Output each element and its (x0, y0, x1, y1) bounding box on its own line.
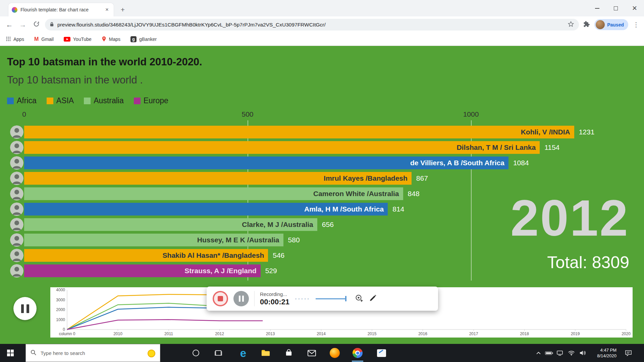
action-center-icon[interactable] (623, 344, 633, 362)
extensions-puzzle-icon[interactable] (583, 21, 590, 29)
tab-close-icon[interactable]: × (104, 6, 110, 13)
bookmark-apps[interactable]: Apps (6, 37, 24, 42)
address-bar[interactable]: preview.flourish.studio/3468243/LjJOVY9U… (45, 19, 579, 31)
bar-value: 1084 (513, 155, 529, 171)
taskbar-clock[interactable]: 4:47 PM 8/14/2020 (587, 344, 618, 362)
drag-handle-dots[interactable]: ..... (295, 293, 310, 301)
taskbar-cortana-button[interactable] (188, 344, 204, 362)
recorder-stop-button[interactable] (213, 291, 228, 306)
tab-title: Flourish template: Bar chart race (20, 7, 101, 12)
tray-network-icon[interactable] (555, 344, 565, 362)
forward-icon[interactable]: → (18, 21, 28, 29)
bar: Shakib Al Hasan* /Bangladesh (24, 249, 268, 262)
slider-track (316, 298, 345, 299)
bookmark-star-icon[interactable] (568, 21, 574, 29)
pause-icon (242, 296, 244, 302)
timeline-x-label: 2012 (215, 331, 224, 336)
timeline-x-label: 2018 (520, 331, 529, 336)
taskbar-edge-button[interactable]: e (235, 344, 251, 362)
player-avatar (10, 125, 23, 139)
legend-item: Europe (134, 96, 168, 105)
legend: AfricaASIAAustraliaEurope (7, 96, 168, 105)
start-button[interactable] (0, 344, 21, 362)
axis-tick-label: 0 (22, 110, 26, 118)
profile-avatar (596, 20, 605, 29)
new-tab-button[interactable]: + (118, 5, 127, 15)
taskbar-recorder-app-button[interactable] (373, 344, 389, 362)
profile-sync-chip[interactable]: Paused (594, 19, 628, 30)
timeline-x-label: 2010 (113, 331, 122, 336)
bar-label: de Villiers, A B /South Africa (410, 159, 504, 167)
player-avatar (10, 233, 23, 247)
close-button[interactable]: ✕ (625, 0, 644, 16)
pause-icon (26, 304, 29, 313)
store-bag-icon (285, 349, 293, 357)
player-avatar (10, 156, 23, 170)
taskbar-task-view-button[interactable] (210, 344, 226, 362)
bookmark-youtube[interactable]: YouTube (64, 37, 92, 42)
taskbar-firefox-button[interactable] (327, 344, 343, 362)
bar-row: Hussey, M E K /Australia580 (0, 232, 644, 248)
bookmark-label: gBanker (139, 37, 157, 42)
bookmark-gbanker[interactable]: g gBanker (130, 36, 157, 42)
minimize-button[interactable] (588, 0, 606, 16)
youtube-icon (64, 37, 70, 42)
bar: Amla, H M /South Africa (24, 203, 388, 216)
recorder-pause-button[interactable] (233, 291, 249, 306)
chart-subtitle: Top 10 batsman in the world . (7, 74, 143, 86)
slider-handle[interactable] (345, 296, 346, 301)
legend-swatch (134, 98, 141, 104)
search-input[interactable] (41, 350, 141, 356)
browser-tab-strip: Flourish template: Bar chart race × + ✕ (0, 0, 644, 16)
pen-annotate-icon[interactable] (369, 294, 377, 303)
player-avatar (10, 202, 23, 216)
profile-status-label: Paused (607, 22, 624, 27)
bar-row: Strauss, A J /England529 (0, 263, 644, 279)
bar-row: Kohli, V /INDIA1231 (0, 124, 644, 140)
bookmarks-bar: Apps M Gmail YouTube Maps g gBanker (0, 33, 644, 46)
taskbar-file-explorer-button[interactable] (258, 344, 274, 362)
bar-value: 529 (265, 263, 277, 279)
maps-pin-icon (102, 36, 106, 43)
bookmark-maps[interactable]: Maps (102, 36, 120, 43)
taskbar-mail-button[interactable] (304, 344, 320, 362)
webcam-add-icon[interactable] (355, 294, 364, 304)
legend-label: ASIA (56, 96, 74, 105)
legend-swatch (7, 98, 14, 104)
timeline-y-label: 1000 (52, 317, 65, 322)
axis-tick-label: 500 (241, 110, 253, 118)
tray-chevron-up-icon[interactable] (533, 344, 543, 362)
timeline-y-label: 4000 (52, 288, 65, 292)
back-icon[interactable]: ← (5, 21, 14, 29)
play-pause-button[interactable] (13, 297, 37, 320)
flourish-favicon (12, 7, 17, 13)
timeline-y-label: 3000 (52, 298, 65, 302)
taskbar-search-box[interactable] (25, 344, 160, 362)
tray-wifi-icon[interactable] (566, 344, 576, 362)
player-avatar (10, 249, 23, 262)
bookmark-label: YouTube (73, 37, 92, 42)
bar: Cameron White /Australia (24, 187, 403, 200)
tray-battery-icon[interactable] (544, 344, 554, 362)
bar-label: Strauss, A J /England (184, 267, 256, 275)
bookmark-gmail[interactable]: M Gmail (34, 36, 54, 42)
pause-icon (21, 304, 24, 313)
recorder-volume-slider[interactable] (316, 295, 349, 302)
taskbar-chrome-button[interactable] (350, 344, 366, 362)
axis-tick-label: 1000 (463, 110, 479, 118)
browser-tab[interactable]: Flourish template: Bar chart race × (8, 3, 114, 16)
clock-time: 4:47 PM (600, 348, 616, 353)
bar-label: Imrul Kayes /Bangladesh (324, 174, 408, 182)
stop-icon (218, 296, 223, 301)
maximize-button[interactable] (606, 0, 625, 16)
browser-toolbar: ← → preview.flourish.studio/3468243/LjJO… (0, 16, 644, 33)
recorder-status: Recording... 00:00:21 (260, 291, 289, 306)
browser-menu-icon[interactable]: ⋮ (633, 21, 639, 28)
tray-volume-icon[interactable] (578, 344, 588, 362)
timeline-x-label: 2019 (571, 331, 580, 336)
x-axis: 05001000 (0, 110, 644, 119)
reload-icon[interactable] (32, 21, 41, 29)
cursor-highlight (148, 350, 155, 357)
bar: Imrul Kayes /Bangladesh (24, 172, 412, 185)
taskbar-store-button[interactable] (281, 344, 297, 362)
